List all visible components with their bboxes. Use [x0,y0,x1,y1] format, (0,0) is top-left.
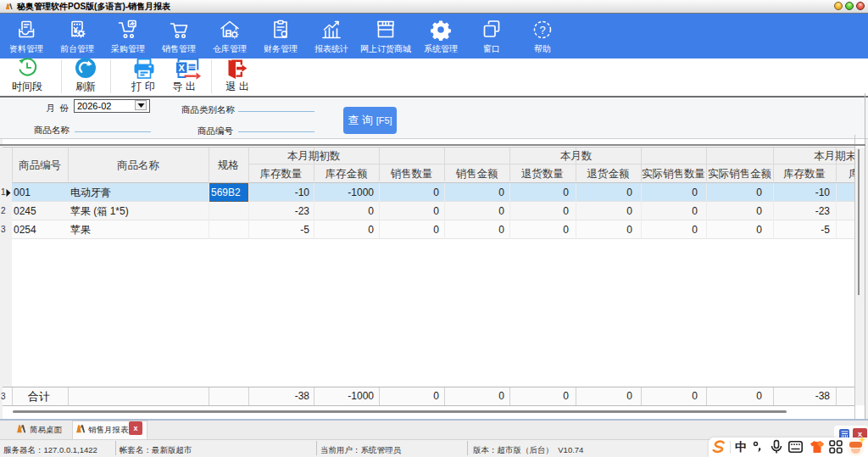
svg-text:?: ? [539,24,545,36]
svg-text:X: X [179,63,186,73]
